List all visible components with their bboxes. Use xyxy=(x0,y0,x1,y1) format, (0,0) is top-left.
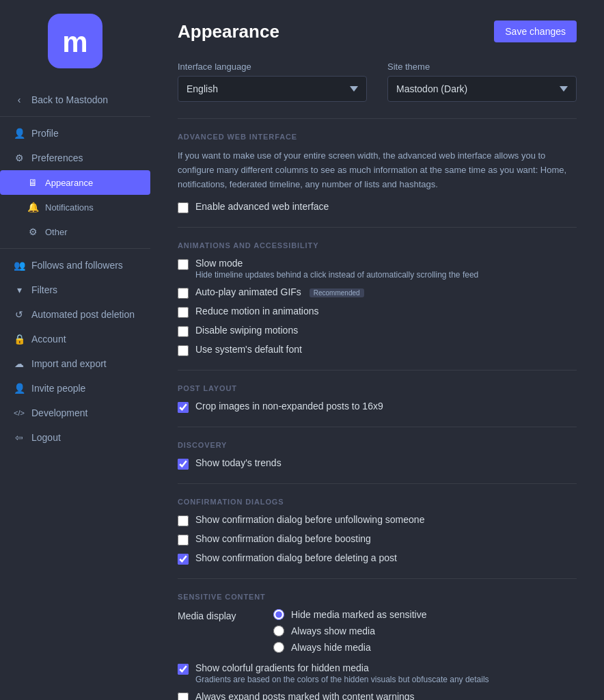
discovery-heading: DISCOVERY xyxy=(178,441,577,449)
colorful-gradients-sublabel: Gradients are based on the colors of the… xyxy=(195,675,489,684)
nav-divider-1 xyxy=(0,116,150,117)
discovery-section: DISCOVERY Show today's trends xyxy=(178,441,577,470)
sidebar-item-logout[interactable]: ⇦ Logout xyxy=(0,425,150,450)
autoplay-gifs-checkbox[interactable] xyxy=(178,288,189,299)
expand-content-warnings-row: Always expand posts marked with content … xyxy=(178,691,577,700)
hide-sensitive-label[interactable]: Hide media marked as sensitive xyxy=(291,609,426,620)
sidebar-item-notifications[interactable]: 🔔 Notifications xyxy=(0,195,150,219)
sidebar-filters-label: Filters xyxy=(31,284,57,295)
sidebar-logout-label: Logout xyxy=(31,432,61,443)
reduce-motion-label[interactable]: Reduce motion in animations xyxy=(195,306,319,317)
main-content: Appearance Save changes Interface langua… xyxy=(150,0,604,700)
import-export-icon: ☁ xyxy=(14,358,25,369)
reduce-motion-row: Reduce motion in animations xyxy=(178,306,577,318)
slow-mode-row: Slow mode Hide timeline updates behind a… xyxy=(178,258,577,280)
show-trends-label[interactable]: Show today's trends xyxy=(195,457,282,468)
appearance-icon: 🖥 xyxy=(27,177,38,188)
divider-5 xyxy=(178,483,577,484)
sidebar-item-back[interactable]: ‹ Back to Mastodon xyxy=(0,88,150,112)
colorful-gradients-row: Show colorful gradients for hidden media… xyxy=(178,662,577,684)
sidebar-invite-label: Invite people xyxy=(31,383,85,394)
advanced-web-interface-section: ADVANCED WEB INTERFACE If you want to ma… xyxy=(178,133,577,213)
confirm-unfollow-label[interactable]: Show confirmation dialog before unfollow… xyxy=(195,514,424,525)
always-show-label[interactable]: Always show media xyxy=(291,625,375,636)
disable-swiping-label[interactable]: Disable swiping motions xyxy=(195,325,298,336)
media-display-options: Hide media marked as sensitive Always sh… xyxy=(273,609,426,653)
site-theme-label: Site theme xyxy=(387,62,577,72)
advanced-web-interface-heading: ADVANCED WEB INTERFACE xyxy=(178,133,577,141)
divider-4 xyxy=(178,427,577,427)
autoplay-gifs-label[interactable]: Auto-play animated GIFs Recommended xyxy=(195,286,364,297)
page-header: Appearance Save changes xyxy=(178,21,577,42)
sidebar-item-other[interactable]: ⚙ Other xyxy=(0,219,150,244)
hide-sensitive-radio[interactable] xyxy=(273,609,284,620)
confirm-boost-label[interactable]: Show confirmation dialog before boosting xyxy=(195,533,371,544)
enable-advanced-label[interactable]: Enable advanced web interface xyxy=(195,201,329,212)
profile-icon: 👤 xyxy=(14,128,25,139)
reduce-motion-checkbox[interactable] xyxy=(178,307,189,318)
expand-content-warnings-label[interactable]: Always expand posts marked with content … xyxy=(195,691,415,700)
expand-content-warnings-checkbox[interactable] xyxy=(178,692,189,700)
colorful-gradients-label[interactable]: Show colorful gradients for hidden media xyxy=(195,662,489,673)
language-theme-row: Interface language English Site theme Ma… xyxy=(178,62,577,102)
crop-images-checkbox[interactable] xyxy=(178,402,189,413)
interface-language-select[interactable]: English xyxy=(178,76,367,102)
system-font-checkbox[interactable] xyxy=(178,345,189,356)
sidebar: m ‹ Back to Mastodon 👤 Profile ⚙ Prefere… xyxy=(0,0,150,700)
site-theme-select[interactable]: Mastodon (Dark) xyxy=(387,76,577,102)
enable-advanced-interface-row: Enable advanced web interface xyxy=(178,201,577,213)
slow-mode-label[interactable]: Slow mode xyxy=(195,258,478,269)
system-font-label[interactable]: Use system's default font xyxy=(195,344,302,355)
confirm-delete-checkbox[interactable] xyxy=(178,554,189,565)
sidebar-item-preferences[interactable]: ⚙ Preferences xyxy=(0,146,150,170)
always-hide-label[interactable]: Always hide media xyxy=(291,642,371,653)
sidebar-item-development[interactable]: </> Development xyxy=(0,401,150,425)
back-icon: ‹ xyxy=(14,94,25,105)
other-icon: ⚙ xyxy=(27,226,38,237)
disable-swiping-checkbox[interactable] xyxy=(178,326,189,337)
filters-icon: ▾ xyxy=(14,284,25,295)
auto-delete-icon: ↺ xyxy=(14,309,25,320)
colorful-gradients-checkbox[interactable] xyxy=(178,664,189,675)
sidebar-item-auto-delete[interactable]: ↺ Automated post deletion xyxy=(0,302,150,327)
sensitive-content-section: SENSITIVE CONTENT Media display Hide med… xyxy=(178,593,577,700)
sidebar-preferences-label: Preferences xyxy=(31,152,83,163)
logout-icon: ⇦ xyxy=(14,432,25,443)
account-icon: 🔒 xyxy=(14,334,25,345)
sensitive-content-heading: SENSITIVE CONTENT xyxy=(178,593,577,601)
advanced-web-interface-desc: If you want to make use of your entire s… xyxy=(178,149,577,191)
confirm-boost-checkbox[interactable] xyxy=(178,535,189,546)
sidebar-follows-label: Follows and followers xyxy=(31,260,123,271)
confirm-delete-label[interactable]: Show confirmation dialog before deleting… xyxy=(195,552,397,563)
enable-advanced-checkbox[interactable] xyxy=(178,202,189,213)
autoplay-gifs-row: Auto-play animated GIFs Recommended xyxy=(178,286,577,299)
sidebar-auto-delete-label: Automated post deletion xyxy=(31,309,135,320)
save-changes-top-button[interactable]: Save changes xyxy=(494,21,577,42)
development-icon: </> xyxy=(14,407,25,418)
animations-section: ANIMATIONS AND ACCESSIBILITY Slow mode H… xyxy=(178,241,577,356)
crop-images-label[interactable]: Crop images in non-expanded posts to 16x… xyxy=(195,401,383,412)
sidebar-appearance-label: Appearance xyxy=(45,178,93,188)
disable-swiping-row: Disable swiping motions xyxy=(178,325,577,337)
confirm-delete-row: Show confirmation dialog before deleting… xyxy=(178,552,577,565)
follows-icon: 👥 xyxy=(14,260,25,271)
confirm-unfollow-checkbox[interactable] xyxy=(178,515,189,526)
show-trends-checkbox[interactable] xyxy=(178,459,189,470)
always-show-radio[interactable] xyxy=(273,625,284,636)
sidebar-item-invite[interactable]: 👤 Invite people xyxy=(0,376,150,401)
sidebar-item-appearance[interactable]: 🖥 Appearance xyxy=(0,170,150,195)
sidebar-other-label: Other xyxy=(45,227,68,237)
sidebar-item-profile[interactable]: 👤 Profile xyxy=(0,121,150,146)
sidebar-account-label: Account xyxy=(31,334,66,345)
sidebar-item-follows[interactable]: 👥 Follows and followers xyxy=(0,253,150,278)
sidebar-item-account[interactable]: 🔒 Account xyxy=(0,327,150,351)
always-hide-radio[interactable] xyxy=(273,642,284,653)
nav-divider-2 xyxy=(0,248,150,249)
slow-mode-checkbox[interactable] xyxy=(178,259,189,270)
sidebar-item-import-export[interactable]: ☁ Import and export xyxy=(0,351,150,376)
sidebar-item-filters[interactable]: ▾ Filters xyxy=(0,278,150,302)
divider-6 xyxy=(178,578,577,579)
page-title: Appearance xyxy=(178,21,279,42)
always-show-row: Always show media xyxy=(273,625,426,636)
sidebar-profile-label: Profile xyxy=(31,128,59,139)
